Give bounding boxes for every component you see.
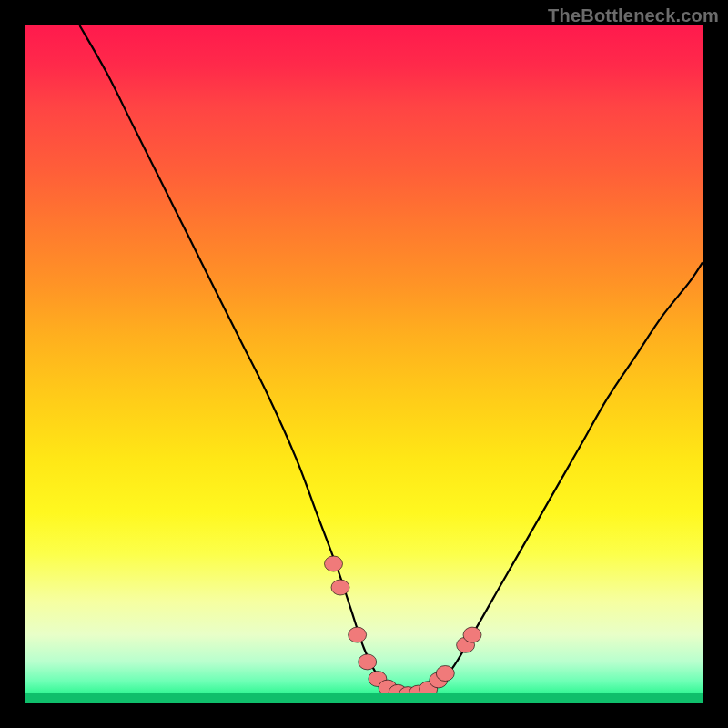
curve-marker	[359, 654, 377, 670]
curve-marker	[325, 556, 343, 571]
bottleneck-curve	[80, 25, 703, 697]
optimal-band	[25, 693, 703, 703]
curve-marker	[349, 627, 367, 642]
curve-markers	[325, 556, 482, 703]
plot-area	[25, 25, 703, 703]
curve-layer	[25, 25, 703, 703]
curve-marker	[436, 666, 454, 682]
curve-marker	[331, 580, 349, 595]
watermark-text: TheBottleneck.com	[548, 5, 719, 26]
chart-frame: TheBottleneck.com	[0, 0, 728, 728]
curve-marker	[463, 627, 481, 642]
